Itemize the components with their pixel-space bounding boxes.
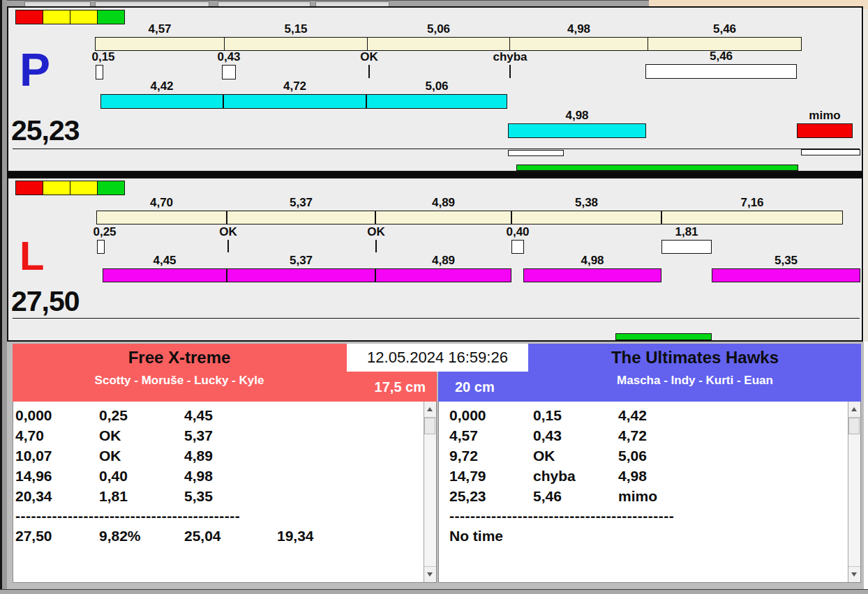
results-cell: 0,43 (533, 425, 618, 446)
lane-letter: P (20, 47, 50, 93)
split-bar-segment-label: 4,57 (148, 22, 171, 36)
penalty-box (511, 240, 524, 254)
results-row[interactable]: 9,72OK5,06 (449, 446, 846, 466)
results-row[interactable]: 14,960,404,98 (15, 466, 422, 486)
dog-time-bar (508, 123, 646, 138)
scroll-up-button[interactable] (424, 402, 436, 418)
results-cell: 5,06 (618, 446, 711, 466)
teams-section: Free X-treme Scotty - Moruše - Lucky - K… (7, 342, 864, 594)
scroll-down-button[interactable] (848, 566, 860, 582)
results-cell: 14,96 (15, 466, 99, 486)
results-cell: 9,72 (449, 446, 533, 466)
dog-time-bar (523, 268, 661, 282)
results-cell: 0,15 (533, 405, 618, 425)
datetime-display: 12.05.2024 16:59:26 (347, 344, 528, 372)
dog-time-bar (712, 268, 860, 282)
split-bar-segment (509, 37, 648, 51)
results-cell: OK (533, 446, 618, 466)
scrollbar-thumb[interactable] (424, 418, 435, 434)
lane-total-time: 27,50 (11, 285, 80, 318)
tick-mark-label: OK (367, 225, 385, 239)
results-row[interactable]: 0,0000,154,42 (449, 405, 846, 425)
dog-time-bar-label: 4,98 (581, 254, 604, 268)
progress-bar (516, 165, 798, 171)
dog-time-bar-label: 4,72 (283, 79, 306, 93)
results-rows: 0,0000,154,424,570,434,729,72OK5,0614,79… (449, 405, 846, 546)
results-row[interactable]: 10,07OK4,89 (15, 446, 422, 466)
traffic-light-cell (16, 10, 43, 24)
results-cell: 0,000 (449, 405, 533, 425)
results-cell: 5,37 (184, 425, 277, 446)
results-cell: 25,04 (184, 526, 277, 546)
penalty-box-label: 0,25 (93, 225, 116, 239)
split-bar-segment-label: 4,89 (432, 196, 455, 210)
results-cell: chyba (533, 466, 618, 486)
results-row[interactable]: No time (449, 526, 846, 546)
results-cell: 0,40 (99, 466, 184, 486)
dog-time-bar-label: 4,89 (432, 254, 455, 268)
tick-mark-label: OK (219, 225, 237, 239)
results-row[interactable]: 27,509,82%25,0419,34 (15, 526, 422, 546)
team-dogs: Mascha - Indy - Kurti - Euan (529, 374, 861, 388)
results-cell: 20,34 (15, 486, 99, 506)
progress-bar (801, 149, 860, 155)
results-cell: mimo (618, 486, 711, 506)
traffic-light-cell (43, 10, 70, 24)
traffic-light-cell (70, 10, 97, 24)
scrollbar[interactable] (848, 402, 860, 582)
separator-line (13, 148, 860, 149)
tick-mark (368, 65, 370, 78)
traffic-light-cell (16, 181, 43, 195)
split-bar-segment-label: 5,37 (290, 196, 313, 210)
results-listbox: 0,0000,154,424,570,434,729,72OK5,0614,79… (438, 402, 861, 583)
tick-mark-label: chyba (493, 50, 527, 64)
results-row[interactable]: 20,341,815,35 (15, 486, 422, 506)
lane-total-time: 25,23 (11, 114, 80, 147)
penalty-bar (645, 64, 797, 79)
penalty-box-label: 0,15 (91, 50, 114, 64)
scrollbar[interactable] (424, 402, 436, 582)
scrollbar-thumb[interactable] (848, 418, 860, 434)
penalty-box-label: 0,40 (506, 225, 529, 239)
results-cell: 4,98 (618, 466, 711, 486)
scroll-up-button[interactable] (848, 402, 860, 418)
dog-time-bar-label: 5,37 (290, 254, 313, 268)
results-cell: 5,46 (533, 486, 618, 506)
flyball-timing-window: P 25,23 4,575,155,064,985,460,150,43OKch… (0, 0, 868, 594)
results-row[interactable]: 0,0000,254,45 (15, 405, 422, 425)
results-row[interactable]: 4,570,434,72 (449, 425, 846, 446)
split-bar-segment (511, 211, 661, 224)
lane-panel-P: P 25,23 4,575,155,064,985,460,150,43OKch… (7, 6, 863, 172)
results-cell: No time (449, 526, 533, 546)
team-dogs: Scotty - Moruše - Lucky - Kyle (13, 374, 346, 388)
results-row[interactable]: 14,79chyba4,98 (449, 466, 846, 486)
progress-bar (508, 150, 564, 156)
dog-time-bar (103, 268, 227, 282)
results-listbox: 0,0000,254,454,70OK5,3710,07OK4,8914,960… (13, 402, 437, 583)
team-card-left: Free X-treme Scotty - Moruše - Lucky - K… (13, 344, 437, 583)
results-row[interactable]: 25,235,46mimo (449, 486, 846, 506)
results-cell: 4,45 (184, 405, 277, 425)
lane-panel-L: L 27,50 4,705,374,895,387,160,25OKOK0,40… (7, 177, 863, 342)
results-cell: OK (99, 446, 184, 466)
team-name: The Ultimates Hawks (529, 344, 861, 367)
traffic-light (15, 10, 125, 24)
tick-mark-label: OK (360, 50, 378, 64)
tick-mark (227, 240, 229, 252)
penalty-bar (661, 240, 712, 254)
dog-time-bar-label: 5,35 (775, 254, 798, 268)
results-row[interactable]: 4,70OK5,37 (15, 425, 422, 446)
split-bar-segment (224, 37, 368, 51)
results-rows: 0,0000,254,454,70OK5,3710,07OK4,8914,960… (15, 405, 422, 546)
split-bar-segment-label: 5,38 (575, 196, 598, 210)
team-card-right: The Ultimates Hawks Mascha - Indy - Kurt… (438, 344, 861, 583)
traffic-light-cell (98, 181, 124, 195)
fault-bar (797, 123, 853, 138)
split-bar-segment-label: 5,06 (427, 22, 450, 36)
results-cell: OK (99, 425, 184, 446)
split-bar-segment (95, 37, 225, 51)
split-bar-segment (648, 37, 802, 51)
results-separator: ----------------------------------------… (449, 508, 846, 524)
results-cell: 0,000 (15, 405, 99, 425)
scroll-down-button[interactable] (424, 566, 436, 582)
